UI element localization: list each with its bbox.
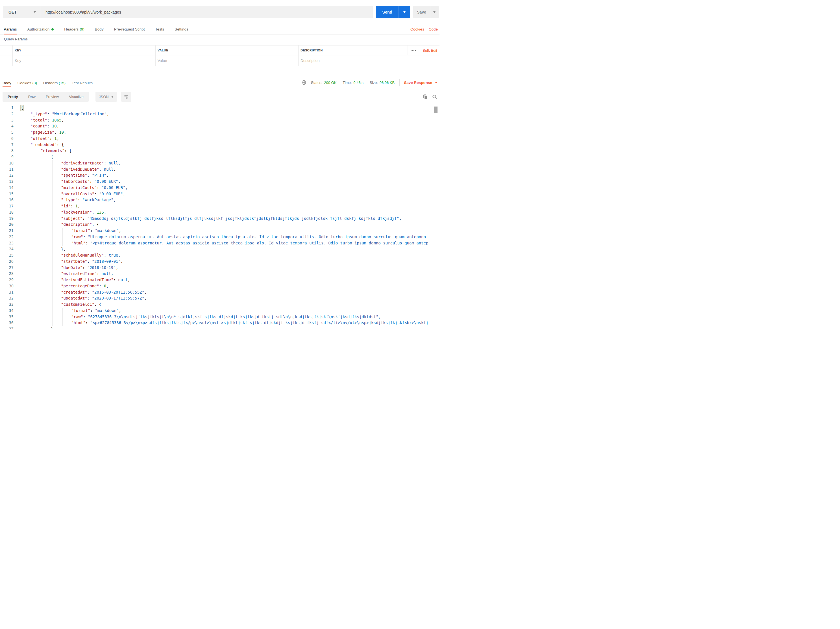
indent-guide xyxy=(30,271,41,277)
size-label: Size: xyxy=(370,81,378,85)
tab-authorization[interactable]: Authorization xyxy=(27,24,54,34)
code-line: 3"total": 1865, xyxy=(0,117,433,123)
indent-guide xyxy=(30,203,41,209)
response-tab-test-results[interactable]: Test Results xyxy=(72,78,93,88)
indent-guide xyxy=(51,179,61,185)
indent-guide xyxy=(30,148,41,154)
param-value-input[interactable]: Value xyxy=(155,55,298,66)
code-token: "dueDate" xyxy=(61,265,82,271)
copy-icon[interactable] xyxy=(423,94,428,100)
line-number: 13 xyxy=(0,179,21,185)
code-token: "derivedStartDate" xyxy=(61,160,104,166)
code-token: : xyxy=(54,130,59,136)
view-visualize[interactable]: Visualize xyxy=(64,95,89,99)
line-number: 25 xyxy=(0,252,21,259)
indent-guide xyxy=(30,295,41,302)
code-token: : xyxy=(78,197,82,203)
code-token: 10 xyxy=(52,123,57,130)
indent-guide xyxy=(51,185,61,191)
tab-headers[interactable]: Headers (9) xyxy=(64,24,84,34)
request-url-row: GET http://localhost:3000/api/v3/work_pa… xyxy=(3,6,439,18)
globe-icon xyxy=(302,80,306,85)
param-description-input[interactable]: Description xyxy=(298,55,439,66)
scrollbar-thumb[interactable] xyxy=(434,106,437,113)
code-token: : [ xyxy=(65,148,71,154)
indent-guide xyxy=(21,136,30,142)
view-pretty[interactable]: Pretty xyxy=(3,95,23,99)
code-line: 11"derivedDueDate": null, xyxy=(0,166,433,173)
send-options-button[interactable] xyxy=(398,6,410,18)
save-options-button[interactable] xyxy=(430,6,439,18)
code-token: "0.00 EUR" xyxy=(94,179,118,185)
format-dropdown[interactable]: JSON xyxy=(95,92,117,102)
tab-settings[interactable]: Settings xyxy=(175,24,188,34)
code-token: "<p>Utroque dolorum aspernatur. Aut aest… xyxy=(90,240,428,247)
url-input[interactable]: http://localhost:3000/api/v3/work_packag… xyxy=(41,6,373,18)
code-token: "derivedEstimatedTime" xyxy=(61,277,113,283)
code-token: "<p>627845336-3< xyxy=(90,320,128,326)
indent-guide xyxy=(41,271,51,277)
method-dropdown[interactable]: GET xyxy=(3,6,41,18)
code-line: 25"scheduleManually": true, xyxy=(0,252,433,259)
indent-guide xyxy=(30,197,41,203)
save-button[interactable]: Save xyxy=(413,6,430,18)
cookies-link[interactable]: Cookies xyxy=(411,27,424,32)
indent-guide xyxy=(51,308,61,314)
wrap-lines-button[interactable] xyxy=(121,92,131,102)
view-raw[interactable]: Raw xyxy=(23,95,41,99)
tab-pre-request-script[interactable]: Pre-request Script xyxy=(114,24,145,34)
line-number: 37 xyxy=(0,326,21,329)
indent-guide xyxy=(61,308,71,314)
indent-guide xyxy=(61,234,71,240)
code-token: : xyxy=(99,283,104,289)
indent-guide xyxy=(21,302,30,308)
code-token: "markdown" xyxy=(95,228,118,234)
ellipsis-icon xyxy=(415,50,416,51)
param-key-input[interactable]: Key xyxy=(13,55,155,66)
response-tab-cookies[interactable]: Cookies (3) xyxy=(17,78,37,88)
response-body-editor[interactable]: 1{2"_type": "WorkPackageCollection",3"to… xyxy=(0,105,433,329)
code-link[interactable]: Code xyxy=(429,27,438,32)
line-number: 11 xyxy=(0,166,21,173)
indent-guide xyxy=(21,234,30,240)
code-token: , xyxy=(123,191,125,197)
code-token: 1 xyxy=(76,203,78,209)
indent-guide xyxy=(21,246,30,252)
response-tab-headers[interactable]: Headers (15) xyxy=(43,78,66,88)
code-token: "offset" xyxy=(30,136,49,142)
search-icon[interactable] xyxy=(432,94,437,100)
size-value: 96.96 KB xyxy=(380,81,395,85)
indent-guide xyxy=(21,320,30,326)
response-tab-body[interactable]: Body xyxy=(3,78,11,88)
status-label: Status: xyxy=(311,81,322,85)
code-token: "spentTime" xyxy=(61,172,87,179)
code-token: "derivedDueDate" xyxy=(61,166,99,173)
code-line: 2"_type": "WorkPackageCollection", xyxy=(0,111,433,117)
view-preview[interactable]: Preview xyxy=(41,95,64,99)
indent-guide xyxy=(21,259,30,265)
save-response-button[interactable]: Save Response xyxy=(404,81,437,85)
ellipsis-icon xyxy=(412,50,413,51)
tab-params[interactable]: Params xyxy=(4,24,17,34)
code-token: 136 xyxy=(96,209,104,216)
code-token: { xyxy=(21,105,24,111)
code-token: : xyxy=(82,216,87,222)
code-token: "2018-10-19" xyxy=(87,265,116,271)
tab-body[interactable]: Body xyxy=(95,24,104,34)
header-links: Cookies Code xyxy=(411,24,438,34)
line-number: 5 xyxy=(0,130,21,136)
bulk-edit-link[interactable]: Bulk Edit xyxy=(420,46,439,55)
request-tabs: Params Authorization Headers (9) Body Pr… xyxy=(0,24,439,35)
code-token: , xyxy=(106,283,109,289)
code-token: "createdAt" xyxy=(61,289,87,296)
code-token: : xyxy=(90,179,94,185)
params-options-button[interactable] xyxy=(407,46,420,55)
send-button[interactable]: Send xyxy=(376,6,398,18)
tab-tests[interactable]: Tests xyxy=(155,24,164,34)
indent-guide xyxy=(41,277,51,283)
indent-guide xyxy=(51,228,61,234)
code-token: "html" xyxy=(71,320,85,326)
code-line: 31"createdAt": "2015-03-20T12:56:55Z", xyxy=(0,289,433,296)
code-token: "pageSize" xyxy=(30,130,54,136)
code-line: 13"laborCosts": "0.00 EUR", xyxy=(0,179,433,185)
